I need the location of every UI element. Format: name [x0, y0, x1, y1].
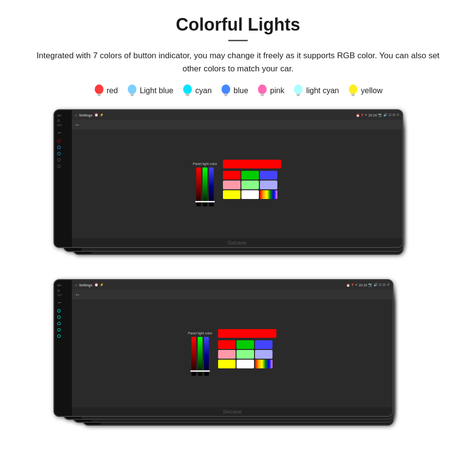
svg-point-15	[294, 84, 303, 94]
svg-rect-10	[224, 94, 228, 95]
devices-section: MIC ⌂ RST ← ⏻ 🔔 ↺ 🔉 ⚙	[19, 109, 457, 430]
color-item-lightblue: Light blue	[127, 84, 173, 98]
swatch-bot-yellow[interactable]	[218, 360, 236, 368]
svg-point-12	[258, 84, 267, 94]
device-inner-bottom: MIC ⌂ RST ←	[54, 280, 392, 416]
color-item-yellow: yellow	[348, 84, 382, 98]
swatch-white[interactable]	[241, 190, 259, 199]
settings-title-bottom: Settings	[79, 283, 93, 287]
color-item-pink: pink	[257, 84, 284, 98]
swatches-area-bottom	[218, 329, 276, 378]
swatch-bot-lightblue[interactable]	[255, 350, 272, 359]
bulb-icon-red	[94, 84, 104, 98]
swatch-pink[interactable]	[223, 181, 240, 189]
device-front-top: MIC ⌂ RST ←	[53, 109, 403, 248]
svg-point-18	[349, 84, 357, 94]
color-row: red Light blue cyan	[19, 84, 457, 98]
color-item-lightcyan: light cyan	[293, 84, 339, 98]
device-topbar-top: ⌂ Settings ⏰ ⚡ ⏰ 📍 ▼ 20:24 📷	[72, 110, 402, 120]
swatch-lightblue[interactable]	[260, 181, 277, 189]
color-label-pink: pink	[270, 86, 284, 95]
swatch-preview-bottom	[218, 329, 276, 338]
bulb-icon-cyan	[182, 84, 193, 98]
swatch-lightgreen[interactable]	[241, 181, 259, 189]
picker-area-top: Panel light color	[193, 162, 217, 206]
watermark-bottom: Seicane	[72, 407, 392, 416]
swatch-green[interactable]	[241, 171, 259, 180]
svg-point-6	[183, 84, 192, 94]
title-divider	[228, 40, 248, 41]
color-item-blue: blue	[221, 84, 248, 98]
swatch-red[interactable]	[223, 171, 240, 180]
svg-rect-19	[351, 94, 355, 95]
svg-rect-14	[261, 95, 264, 96]
bulb-icon-yellow	[348, 84, 358, 98]
swatch-grid-bottom	[218, 340, 276, 378]
slider-blue-top[interactable]	[209, 167, 214, 206]
picker-area-bottom: Panel light color	[188, 331, 212, 376]
time-display-bottom: 20:24	[358, 283, 367, 287]
device-group-top: MIC ⌂ RST ← ⏻ 🔔 ↺ 🔉 ⚙	[53, 109, 423, 265]
svg-rect-7	[186, 94, 189, 95]
swatch-yellow[interactable]	[223, 190, 240, 199]
svg-point-3	[128, 84, 136, 94]
slider-green-bottom[interactable]	[198, 337, 203, 376]
color-label-lightcyan: light cyan	[306, 86, 339, 95]
topbar-right-top: ⏰ 📍 ▼ 20:24 📷 🔊 ⊡ ⊟ ↺	[356, 113, 399, 117]
swatches-area-top	[223, 160, 281, 209]
device-main-top: ⌂ Settings ⏰ ⚡ ⏰ 📍 ▼ 20:24 📷	[72, 110, 402, 247]
swatch-bot-red[interactable]	[218, 340, 236, 349]
back-button-top[interactable]: ←	[75, 121, 81, 128]
svg-rect-8	[186, 95, 189, 96]
slider-red-top[interactable]	[196, 167, 201, 206]
swatch-bot-blue[interactable]	[255, 340, 272, 349]
page-container: Colorful Lights Integrated with 7 colors…	[0, 0, 476, 449]
svg-rect-1	[97, 94, 101, 95]
device-main-bottom: ⌂ Settings ⏰ ⚡ ⏰ 📍 ▼ 20:24 📷	[72, 280, 392, 416]
svg-rect-11	[224, 95, 227, 96]
swatch-bot-green[interactable]	[237, 340, 254, 349]
swatch-grid-top	[223, 171, 281, 209]
swatch-rainbow[interactable]	[260, 190, 277, 199]
swatch-bot-white[interactable]	[237, 360, 254, 368]
sliders-row-bottom	[191, 337, 209, 376]
color-label-blue: blue	[234, 86, 248, 95]
swatch-bot-lightgreen[interactable]	[237, 350, 254, 359]
svg-rect-20	[352, 95, 355, 96]
svg-rect-13	[260, 94, 264, 95]
bulb-icon-lightcyan	[293, 84, 304, 98]
bulb-icon-lightblue	[127, 84, 137, 98]
svg-point-9	[221, 84, 230, 94]
device-content-top: Panel light color	[72, 130, 402, 238]
panel-light-label-top: Panel light color	[193, 162, 217, 166]
slider-red-bottom[interactable]	[191, 337, 196, 376]
back-button-bottom[interactable]: ←	[75, 291, 81, 298]
swatch-preview-top	[223, 160, 281, 168]
device-inner-top: MIC ⌂ RST ←	[54, 110, 402, 247]
color-label-red: red	[107, 86, 118, 95]
color-label-yellow: yellow	[361, 86, 382, 95]
swatch-bot-rainbow[interactable]	[255, 360, 272, 368]
settings-title-top: Settings	[79, 114, 93, 117]
page-title: Colorful Lights	[19, 15, 457, 35]
swatch-bot-pink[interactable]	[218, 350, 236, 359]
device-sidebar-top: MIC ⌂ RST ←	[54, 110, 72, 247]
slider-blue-bottom[interactable]	[204, 337, 209, 376]
device-stack-top: MIC ⌂ RST ← ⏻ 🔔 ↺ 🔉 ⚙	[53, 109, 423, 260]
sliders-row-top	[196, 167, 214, 206]
svg-point-0	[95, 84, 103, 94]
device-group-bottom: MIC ⌂ RST ← ⏻ 🔔 ↺ 🔉 ⚙	[53, 279, 423, 430]
time-display-top: 20:24	[368, 114, 377, 117]
svg-rect-16	[296, 94, 300, 95]
svg-rect-4	[130, 94, 134, 95]
watermark-top: Seicane	[72, 238, 402, 247]
device-front-bottom: MIC ⌂ RST ←	[53, 279, 393, 417]
slider-green-top[interactable]	[203, 167, 207, 206]
device-stack-bottom: MIC ⌂ RST ← ⏻ 🔔 ↺ 🔉 ⚙	[53, 279, 423, 430]
swatch-blue[interactable]	[260, 171, 277, 180]
color-label-lightblue: Light blue	[140, 86, 173, 95]
device-sidebar-bottom: MIC ⌂ RST ←	[54, 280, 72, 416]
bulb-icon-blue	[221, 84, 231, 98]
page-subtitle: Integrated with 7 colors of button indic…	[19, 49, 457, 75]
color-label-cyan: cyan	[195, 86, 212, 95]
